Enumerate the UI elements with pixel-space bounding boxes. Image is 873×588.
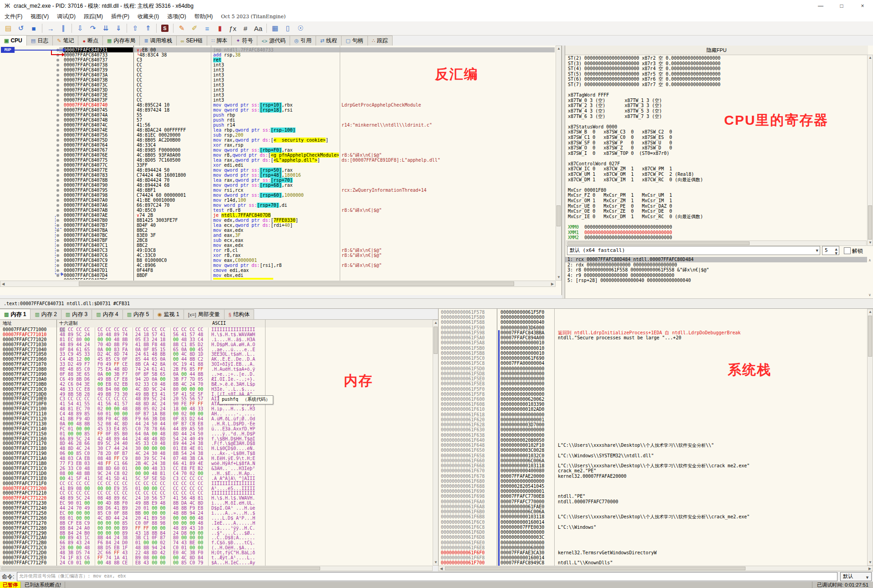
disasm-row[interactable]: 00007FFAFC84073FCCint3 <box>0 97 555 102</box>
arg-count-stepper[interactable]: 5 ▲ ▼ <box>822 246 839 255</box>
disasm-row[interactable]: 00007FFAFC84074A55push rbp <box>0 112 555 118</box>
stack-row[interactable]: 000000000061F6300000000000000000 <box>439 427 867 432</box>
registers-vscrollbar[interactable]: ▲ ▼ <box>867 55 873 246</box>
globe-button[interactable]: ☉ <box>295 22 306 34</box>
tab-线程[interactable]: ⇄线程 <box>316 36 342 46</box>
stack-row[interactable]: 000000000061F67800007FFAFAE20000kernel32… <box>439 474 867 479</box>
stack-row[interactable]: 000000000061F6100000000000102AD0 <box>439 407 867 412</box>
disasm-row[interactable]: 00007FFAFC8407D10F44F8cmove edi,eax <box>0 268 555 273</box>
stack-row[interactable]: 000000000061F6800000000000000000 <box>439 479 867 484</box>
breakpoint-dot[interactable] <box>56 184 59 187</box>
stack-row[interactable]: 000000000061F6B80000000000103118L"C:\\Us… <box>439 514 867 519</box>
disasm-row[interactable]: 00007FFAFC8407C64C:33C0xor r8,raxr8:&"峄x… <box>0 253 555 258</box>
label-button[interactable]: ≡ <box>201 22 213 34</box>
bookmark-button[interactable]: ▮ <box>214 22 226 34</box>
stack-row[interactable]: 000000000061F6000000000000620062 <box>439 397 867 402</box>
disasm-row[interactable]: 00007FFAFC8407D48BDFmov ebx,edi <box>0 273 555 278</box>
menu-item[interactable]: 选项(O) <box>163 12 189 21</box>
argument-row[interactable]: 5: [rsp+28] 0000000000000040 00000000000… <box>565 278 867 283</box>
close-button[interactable]: × <box>852 0 873 12</box>
breakpoint-dot[interactable] <box>56 114 59 117</box>
menu-item[interactable]: 调试(D) <box>53 12 79 21</box>
stack-row[interactable]: 000000000061F6480000000000102F10L"C:\\Us… <box>439 443 867 448</box>
breakpoint-dot[interactable] <box>56 69 59 72</box>
tab-CPU[interactable]: ▣CPU <box>0 35 27 46</box>
breakpoint-dot[interactable] <box>56 199 59 202</box>
disasm-row[interactable]: 00007FFAFC84073ECCint3 <box>0 92 555 97</box>
stack-row[interactable]: 000000000061F5880000000000000040 <box>439 320 867 325</box>
stack-row[interactable]: 000000000061F5D00000000000000000 <box>439 366 867 371</box>
stack-row[interactable]: 000000000061F5C800007FFA00000004 <box>439 361 867 366</box>
stack-row[interactable]: 000000000061F6F80000000000160014 <box>439 555 867 560</box>
argument-row[interactable]: 1: rcx 00007FFAFC80D484 ntdll.00007FFAFC… <box>565 257 867 262</box>
menu-item[interactable]: 插件(P) <box>107 12 133 21</box>
disasm-row[interactable]: 00007FFAFC84074C41:56push r14r14:"minker… <box>0 123 555 128</box>
breakpoint-dot[interactable] <box>56 139 59 142</box>
tab-日志[interactable]: ▤日志 <box>26 36 53 46</box>
breakpoint-dot[interactable] <box>56 269 59 272</box>
stack-row[interactable]: 000000000061F62800000000003D7000 <box>439 422 867 427</box>
breakpoint-dot[interactable] <box>56 89 59 92</box>
trace-over-button[interactable]: ⇓ <box>112 22 124 34</box>
registers-hscrollbar[interactable] <box>566 240 867 246</box>
stack-row[interactable]: 000000000061F59000000000003D6000 <box>439 325 867 330</box>
stack-row[interactable]: 000000000061F6E80000000000060000 <box>439 545 867 550</box>
breakpoint-dot[interactable] <box>56 124 59 127</box>
tab-跟踪[interactable]: ∴跟踪 <box>368 36 393 46</box>
breakpoint-dot[interactable] <box>56 174 59 177</box>
breakpoint-dot[interactable] <box>56 249 59 252</box>
tab-脚本[interactable]: ∷脚本 <box>207 36 232 46</box>
breakpoint-dot[interactable] <box>56 194 59 197</box>
breakpoint-dot[interactable] <box>56 104 59 107</box>
disasm-row[interactable]: 00007FFAFC84076448:33C4xor rax,rsp <box>0 143 555 148</box>
disasm-row[interactable]: 00007FFAFC840798C74424 60 00000001mov dw… <box>0 193 555 198</box>
disasm-row[interactable]: 00007FFAFC84074B57push rdi <box>0 118 555 123</box>
menu-item[interactable]: 文件(F) <box>1 12 26 21</box>
stack-row[interactable]: 000000000061F5A000007FFAFC894A00ntdll."S… <box>439 335 867 340</box>
breakpoint-dot[interactable] <box>56 59 59 61</box>
function-button[interactable]: ƒx <box>227 22 239 34</box>
disasm-hscrollbar[interactable]: ◀ ▶ <box>0 281 556 287</box>
disasm-row[interactable]: 00007FFAFC84076E4C:8B05 93FA0A00mov r8,q… <box>0 153 555 158</box>
disasm-row[interactable]: 00007FFAFC840733└48:83C4 38add rsp,38 <box>0 52 555 57</box>
menu-item[interactable]: 视图(V) <box>27 12 52 21</box>
breakpoint-dot[interactable] <box>56 189 59 192</box>
disasm-row[interactable]: 00007FFAFC840783C74424 48 16001800mov dw… <box>0 173 555 178</box>
stack-row[interactable]: 000000000061F5B00000000000000010 <box>439 346 867 351</box>
disasm-row[interactable]: 00007FFAFC8407BF2BC8sub ecx,eax <box>0 238 555 243</box>
run-to-user-code-button[interactable]: ⇑ <box>142 22 154 34</box>
disasm-row[interactable]: 00007FFAFC84075648:81EC 00020000sub rsp,… <box>0 133 555 138</box>
stack-row[interactable]: 000000000061F6B000000000006C006A <box>439 509 867 514</box>
tab-符号[interactable]: ✦符号 <box>231 36 257 46</box>
hide-fpu-button[interactable]: 隐藏FPU <box>565 46 868 55</box>
disasm-row[interactable]: 00007FFAFC84079048:894424 68mov qword pt… <box>0 183 555 188</box>
breakpoint-dot[interactable] <box>56 234 59 237</box>
assemble-button[interactable]: ✎ <box>176 22 188 34</box>
argument-row[interactable]: 4: r9 0000000000000000 0000000000000000 <box>565 273 867 278</box>
breakpoint-dot[interactable] <box>56 74 59 77</box>
breakpoint-dot[interactable] <box>56 244 59 247</box>
stack-row[interactable]: 000000000061F5E80000000000000000 <box>439 381 867 386</box>
tab-句柄[interactable]: ▢句柄 <box>341 36 368 46</box>
stack-row[interactable]: 000000000061F6D8000000000000003C <box>439 535 867 540</box>
disasm-row[interactable]: 00007FFAFC84074E48:8DAC24 00FFFFFFlea rb… <box>0 128 555 133</box>
open-file-button[interactable]: ▤ <box>2 22 14 34</box>
disasm-vscrollbar[interactable]: ▲ ▼ <box>556 46 562 281</box>
dump-tab-内存 4[interactable]: ▥内存 4 <box>92 309 123 319</box>
command-profile-select[interactable]: 默认 ▼ <box>840 572 872 581</box>
disasm-row[interactable]: 00007FFAFC8407D6 <box>0 278 555 280</box>
breakpoint-dot[interactable] <box>56 154 59 157</box>
disasm-row[interactable]: 00007FFAFC84077548:8D05 7C160500lea rax,… <box>0 158 555 163</box>
breakpoint-dot[interactable] <box>56 159 59 162</box>
stack-row[interactable]: 000000000061F5D80000000000000000 <box>439 371 867 376</box>
disasm-row[interactable]: 00007FFAFC84075D48:8B05 AC2D0B00mov rax,… <box>0 138 555 143</box>
stack-row[interactable]: 000000000061F5F00000000000000000 <box>439 387 867 392</box>
pause-button[interactable]: ∥ <box>57 22 69 34</box>
memory-map-tool-button[interactable]: ▯ <box>282 22 294 34</box>
dump-tab-结构体[interactable]: §结构体 <box>224 309 254 319</box>
stack-row[interactable]: 000000000061F59800007FFAFC843BBA返回到 ntdl… <box>439 330 867 335</box>
stack-vscrollbar[interactable]: ▲ ▼ <box>867 309 873 566</box>
registers-content[interactable]: ST(2) 00000000000000000000 x87r2 空 0.000… <box>568 56 866 240</box>
breakpoint-dot[interactable] <box>56 79 59 82</box>
breakpoint-dot[interactable] <box>56 214 59 217</box>
